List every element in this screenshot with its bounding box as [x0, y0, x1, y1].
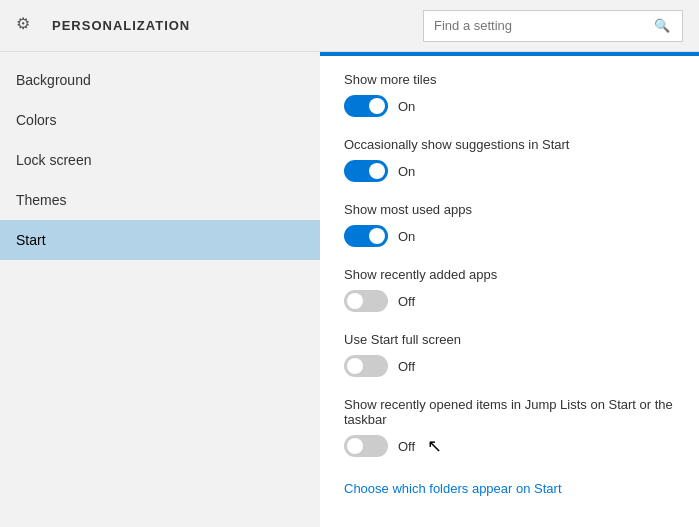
toggle-show-suggestions[interactable]: [344, 160, 388, 182]
toggle-row: On: [344, 95, 675, 117]
main-layout: Background Colors Lock screen Themes Sta…: [0, 52, 699, 527]
sidebar-item-label: Background: [16, 72, 91, 88]
toggle-show-more-tiles[interactable]: [344, 95, 388, 117]
toggle-status: Off: [398, 439, 415, 454]
setting-show-more-tiles: Show more tiles On: [344, 72, 675, 117]
toggle-status: On: [398, 99, 415, 114]
setting-show-most-used: Show most used apps On: [344, 202, 675, 247]
toggle-row: Off ↖: [344, 435, 675, 457]
sidebar-item-themes[interactable]: Themes: [0, 180, 320, 220]
toggle-show-most-used[interactable]: [344, 225, 388, 247]
sidebar-item-colors[interactable]: Colors: [0, 100, 320, 140]
toggle-thumb: [347, 438, 363, 454]
setting-show-recently-added: Show recently added apps Off: [344, 267, 675, 312]
setting-label: Show more tiles: [344, 72, 675, 87]
sidebar-item-label: Lock screen: [16, 152, 91, 168]
search-input[interactable]: [434, 18, 654, 33]
toggle-status: Off: [398, 359, 415, 374]
sidebar-item-label: Themes: [16, 192, 67, 208]
toggle-use-start-full-screen[interactable]: [344, 355, 388, 377]
setting-show-jump-lists: Show recently opened items in Jump Lists…: [344, 397, 675, 457]
toggle-status: On: [398, 164, 415, 179]
toggle-thumb: [369, 228, 385, 244]
cursor-indicator: ↖: [427, 435, 442, 457]
sidebar-item-background[interactable]: Background: [0, 60, 320, 100]
choose-folders-link[interactable]: Choose which folders appear on Start: [344, 481, 562, 496]
content-area: Show more tiles On Occasionally show sug…: [320, 52, 699, 527]
sidebar-item-label: Start: [16, 232, 46, 248]
toggle-thumb: [347, 358, 363, 374]
toggle-show-jump-lists[interactable]: [344, 435, 388, 457]
toggle-status: Off: [398, 294, 415, 309]
toggle-thumb: [369, 163, 385, 179]
toggle-status: On: [398, 229, 415, 244]
toggle-row: Off: [344, 355, 675, 377]
setting-label: Show most used apps: [344, 202, 675, 217]
toggle-thumb: [347, 293, 363, 309]
sidebar-item-label: Colors: [16, 112, 56, 128]
setting-label: Occasionally show suggestions in Start: [344, 137, 675, 152]
search-icon: 🔍: [654, 18, 670, 33]
page-title: PERSONALIZATION: [52, 18, 411, 33]
header: ⚙ PERSONALIZATION 🔍: [0, 0, 699, 52]
toggle-thumb: [369, 98, 385, 114]
sidebar: Background Colors Lock screen Themes Sta…: [0, 52, 320, 527]
choose-folders-link-container: Choose which folders appear on Start: [344, 477, 675, 497]
sidebar-item-lock-screen[interactable]: Lock screen: [0, 140, 320, 180]
toggle-row: On: [344, 160, 675, 182]
toggle-show-recently-added[interactable]: [344, 290, 388, 312]
top-accent-bar: [320, 52, 699, 56]
toggle-row: On: [344, 225, 675, 247]
setting-label: Show recently opened items in Jump Lists…: [344, 397, 675, 427]
setting-use-start-full-screen: Use Start full screen Off: [344, 332, 675, 377]
gear-icon: ⚙: [16, 14, 40, 38]
toggle-row: Off: [344, 290, 675, 312]
sidebar-item-start[interactable]: Start: [0, 220, 320, 260]
search-box[interactable]: 🔍: [423, 10, 683, 42]
setting-label: Show recently added apps: [344, 267, 675, 282]
setting-show-suggestions: Occasionally show suggestions in Start O…: [344, 137, 675, 182]
setting-label: Use Start full screen: [344, 332, 675, 347]
